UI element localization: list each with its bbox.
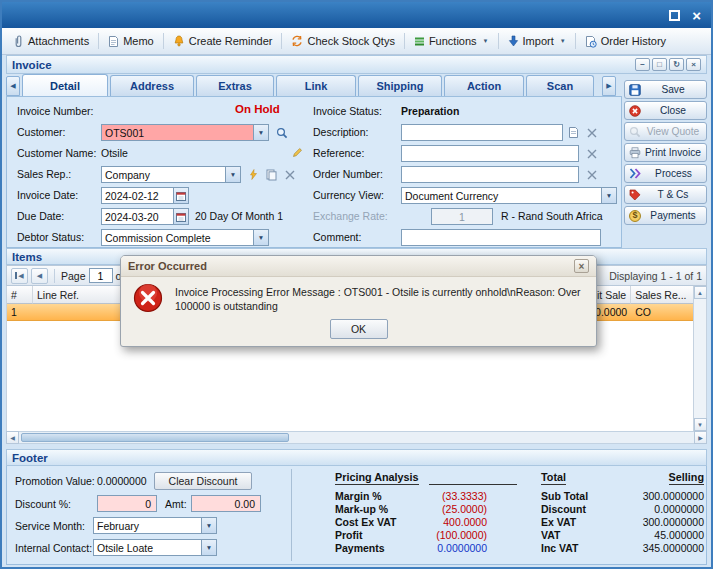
scroll-up-icon[interactable]: ▲ (694, 286, 707, 299)
chevron-down-icon[interactable]: ▼ (201, 518, 216, 533)
order-history-button[interactable]: Order History (579, 32, 672, 51)
sales-rep-combo[interactable]: Company ▼ (101, 166, 241, 183)
panel-close-icon[interactable]: × (686, 58, 701, 71)
comment-input[interactable] (401, 229, 601, 246)
tag-icon (629, 189, 641, 201)
import-label: Import (523, 35, 554, 47)
functions-label: Functions (429, 35, 477, 47)
panel-minimize-icon[interactable]: − (635, 58, 650, 71)
view-quote-icon (629, 126, 641, 138)
sales-rep-clear-button[interactable] (281, 166, 298, 183)
due-date-field[interactable]: 2024-03-20 (101, 208, 189, 225)
note-icon (568, 126, 579, 139)
calendar-icon[interactable] (173, 188, 188, 203)
process-chevrons-icon (629, 168, 642, 179)
attachments-button[interactable]: Attachments (7, 32, 95, 51)
description-input[interactable] (401, 124, 563, 141)
description-clear-button[interactable] (583, 124, 600, 141)
reference-input[interactable] (401, 145, 579, 162)
save-button[interactable]: Save (624, 80, 707, 99)
check-stock-button[interactable]: Check Stock Qtys (285, 32, 400, 50)
window-close-icon[interactable]: × (692, 8, 701, 23)
memo-button[interactable]: Memo (102, 32, 160, 51)
customer-search-button[interactable] (273, 124, 290, 141)
check-stock-icon (291, 35, 303, 47)
print-invoice-button[interactable]: Print Invoice (624, 143, 707, 162)
panel-refresh-icon[interactable]: ↻ (669, 58, 684, 71)
exchange-rate-input: 1 (431, 208, 493, 225)
scroll-right-icon[interactable]: ▶ (694, 431, 707, 444)
import-button[interactable]: Import ▼ (502, 32, 572, 50)
page-input[interactable] (89, 268, 113, 283)
tab-extras-label: Extras (218, 80, 252, 92)
pricing-analysis-title: Pricing Analysis (335, 471, 419, 485)
sales-rep-apply-button[interactable] (245, 166, 262, 183)
process-button[interactable]: Process (624, 164, 707, 183)
clear-discount-button[interactable]: Clear Discount (154, 472, 252, 490)
panel-restore-icon[interactable]: □ (652, 58, 667, 71)
dialog-close-icon[interactable]: × (574, 259, 589, 273)
currency-view-combo[interactable]: Document Currency ▼ (401, 187, 617, 204)
amt-input[interactable]: 0.00 (191, 495, 261, 512)
paging-prev-button[interactable]: ◀ (31, 268, 48, 284)
footer-panel-title: Footer (12, 452, 48, 464)
tab-extras[interactable]: Extras (196, 75, 274, 96)
paging-first-button[interactable]: ◀ (11, 268, 28, 284)
grid-vertical-scrollbar[interactable]: ▲ ▼ (693, 286, 706, 431)
tab-action[interactable]: Action (444, 75, 524, 96)
pricing-row-payments: Payments0.0000000 (335, 541, 487, 554)
tab-scroll-right-button[interactable]: ▶ (602, 76, 616, 96)
ok-button[interactable]: OK (330, 319, 388, 339)
payments-button[interactable]: $ Payments (624, 206, 707, 225)
sales-rep-copy-button[interactable] (263, 166, 280, 183)
comment-label: Comment: (313, 231, 361, 243)
reference-clear-button[interactable] (583, 145, 600, 162)
chevron-down-icon: ▼ (560, 38, 566, 44)
chevron-down-icon[interactable]: ▼ (601, 188, 616, 203)
tab-shipping[interactable]: Shipping (358, 75, 442, 96)
column-header-num[interactable]: # (7, 286, 33, 304)
tab-scroll-left-button[interactable]: ◀ (6, 76, 20, 96)
horizontal-scroll-thumb[interactable] (21, 433, 289, 442)
create-reminder-button[interactable]: Create Reminder (167, 32, 279, 51)
discount-input[interactable]: 0 (97, 495, 157, 512)
chevron-down-icon[interactable]: ▼ (253, 125, 268, 140)
footer-panel: Promotion Value: 0.0000000 Clear Discoun… (6, 466, 707, 565)
printer-icon (629, 147, 641, 159)
tcs-button[interactable]: T & Cs (624, 185, 707, 204)
fullscreen-icon[interactable] (669, 10, 680, 21)
cell-sales-rep: CO (631, 304, 693, 320)
description-note-button[interactable] (565, 124, 582, 141)
copy-doc-icon (266, 169, 277, 181)
scroll-left-icon[interactable]: ◀ (6, 431, 19, 444)
chevron-down-icon[interactable]: ▼ (253, 230, 268, 245)
column-header-sales-rep[interactable]: Sales Re... (631, 286, 693, 304)
error-dialog-titlebar[interactable]: Error Occurred × (121, 256, 596, 277)
debtor-status-combo[interactable]: Commission Complete ▼ (101, 229, 269, 246)
sales-rep-label: Sales Rep.: (17, 168, 71, 180)
internal-contact-combo[interactable]: Otsile Loate ▼ (93, 539, 217, 556)
tab-address[interactable]: Address (110, 75, 194, 96)
amt-label: Amt: (165, 498, 187, 510)
grid-horizontal-scrollbar[interactable]: ◀ ▶ (6, 431, 707, 444)
scroll-down-icon[interactable]: ▼ (694, 418, 707, 431)
calendar-icon[interactable] (173, 209, 188, 224)
chevron-down-icon[interactable]: ▼ (225, 167, 240, 182)
tab-link[interactable]: Link (276, 75, 356, 96)
service-month-combo[interactable]: February ▼ (93, 517, 217, 534)
pricing-analysis: Pricing Analysis Margin %(33.3333) Mark-… (335, 471, 517, 554)
tab-detail[interactable]: Detail (22, 74, 108, 96)
functions-button[interactable]: Functions ▼ (408, 32, 495, 50)
order-number-label: Order Number: (313, 168, 383, 180)
customer-combo[interactable]: OTS001 ▼ (101, 124, 269, 141)
tab-address-label: Address (130, 80, 174, 92)
order-number-clear-button[interactable] (583, 166, 600, 183)
order-number-input[interactable] (401, 166, 579, 183)
customer-edit-button[interactable] (289, 144, 306, 161)
toolbar-separator (281, 33, 282, 49)
chevron-down-icon[interactable]: ▼ (201, 540, 216, 555)
invoice-date-field[interactable]: 2024-02-12 (101, 187, 189, 204)
close-button[interactable]: Close (624, 101, 707, 120)
tab-scan-label: Scan (547, 80, 573, 92)
tab-scan[interactable]: Scan (526, 75, 594, 96)
